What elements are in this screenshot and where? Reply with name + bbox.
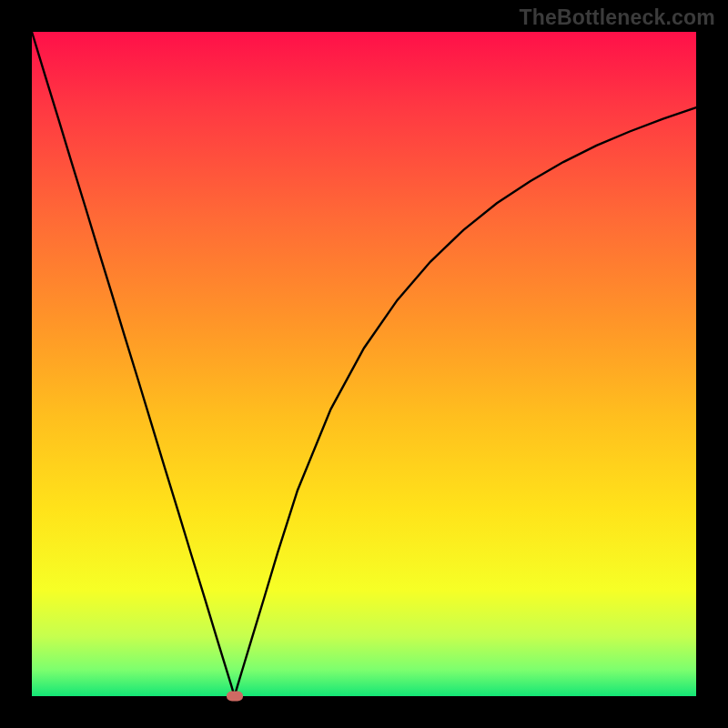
bottleneck-curve: [32, 32, 696, 696]
minimum-marker: [227, 692, 243, 702]
plot-area: [32, 32, 696, 696]
watermark-text: TheBottleneck.com: [519, 5, 715, 30]
curve-path: [32, 32, 696, 696]
chart-frame: TheBottleneck.com: [0, 0, 728, 728]
